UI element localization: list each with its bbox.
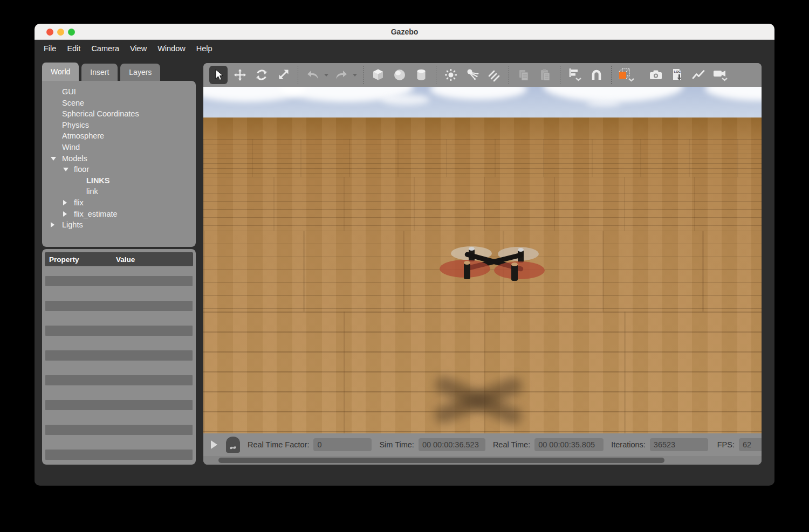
expand-arrow-icon[interactable] — [63, 168, 68, 171]
screenshot-button[interactable] — [647, 66, 665, 84]
real-time-label: Real Time: — [493, 440, 530, 449]
menu-camera[interactable]: Camera — [91, 44, 119, 53]
tree-item-spherical-coordinates[interactable]: Spherical Coordinates — [42, 108, 196, 120]
translate-tool[interactable] — [231, 66, 249, 84]
align-icon — [567, 67, 583, 83]
toolbar: LOG — [203, 63, 762, 87]
rotate-tool[interactable] — [252, 66, 271, 84]
fps-field: FPS: 62 — [717, 438, 762, 451]
undo-button[interactable] — [304, 66, 322, 84]
desktop: Gazebo File Edit Camera View Window Help… — [0, 0, 809, 532]
directional-light-button[interactable] — [485, 66, 503, 84]
scale-arrows-icon — [276, 68, 290, 82]
step-button[interactable] — [226, 437, 240, 453]
plot-line-icon — [691, 68, 707, 82]
toolbar-separator — [560, 66, 560, 84]
toolbar-separator — [509, 66, 509, 84]
sphere-icon — [393, 68, 407, 82]
panel-tabs: World Insert Layers — [42, 63, 163, 82]
copy-button[interactable] — [515, 66, 533, 84]
tree-item-links-header[interactable]: LINKS — [42, 175, 196, 186]
tree-item-atmosphere[interactable]: Atmosphere — [42, 130, 196, 142]
tree-item-gui[interactable]: GUI — [42, 86, 196, 98]
cloud — [430, 87, 527, 100]
redo-dropdown[interactable] — [353, 74, 357, 77]
sim-time-label: Sim Time: — [379, 440, 414, 449]
cloud — [543, 87, 683, 102]
real-time-factor-value[interactable]: 0 — [313, 438, 372, 451]
window-content: World Insert Layers GUI Scene Spherical … — [35, 57, 774, 485]
column-property: Property — [45, 255, 116, 264]
point-light-button[interactable] — [442, 66, 460, 84]
rotate-arrows-icon — [255, 68, 269, 82]
cube-icon — [371, 68, 385, 82]
collapsed-arrow-icon[interactable] — [63, 200, 67, 205]
paste-button[interactable] — [536, 66, 554, 84]
tree-item-scene[interactable]: Scene — [42, 98, 196, 109]
camera-icon — [648, 68, 663, 82]
collapsed-arrow-icon[interactable] — [51, 222, 54, 227]
tab-world[interactable]: World — [42, 63, 79, 82]
property-panel: Property Value — [42, 249, 196, 465]
menu-help[interactable]: Help — [196, 44, 212, 53]
fps-label: FPS: — [717, 440, 735, 449]
tree-item-flix-estimate[interactable]: flix_estimate — [42, 209, 196, 220]
redo-button[interactable] — [332, 66, 351, 84]
log-button[interactable]: LOG — [668, 66, 687, 84]
menu-file[interactable]: File — [44, 44, 56, 53]
expand-arrow-icon[interactable] — [51, 157, 56, 161]
paste-icon — [538, 68, 552, 82]
tree-item-wind[interactable]: Wind — [42, 142, 196, 153]
menu-view[interactable]: View — [130, 44, 147, 53]
tree-item-physics[interactable]: Physics — [42, 120, 196, 131]
log-file-icon: LOG — [670, 67, 685, 82]
view-angle-button[interactable] — [617, 66, 635, 84]
motor — [464, 263, 470, 279]
tree-item-flix[interactable]: flix — [42, 197, 196, 209]
horizontal-scrollbar[interactable] — [203, 456, 762, 465]
steps-icon — [229, 446, 237, 450]
menu-edit[interactable]: Edit — [67, 44, 80, 53]
table-row — [45, 425, 193, 435]
plot-button[interactable] — [690, 66, 708, 84]
directional-light-icon — [487, 68, 501, 82]
sim-time-field: Sim Time: 00 00:00:36.523 — [379, 438, 485, 451]
table-row — [45, 301, 193, 311]
spot-light-button[interactable] — [463, 66, 482, 84]
copy-icon — [517, 68, 531, 82]
table-row — [45, 450, 193, 460]
tab-layers[interactable]: Layers — [120, 64, 160, 81]
iterations-field: Iterations: 36523 — [611, 438, 708, 451]
scale-tool[interactable] — [274, 66, 292, 84]
tab-insert[interactable]: Insert — [81, 64, 118, 81]
iterations-label: Iterations: — [611, 440, 646, 449]
tree-item-floor[interactable]: floor — [42, 164, 196, 175]
tree-item-link[interactable]: link — [42, 186, 196, 197]
cloud — [705, 87, 762, 101]
play-button[interactable] — [211, 440, 217, 449]
align-button[interactable] — [566, 66, 584, 84]
render-viewport[interactable] — [203, 87, 762, 433]
tree-item-models[interactable]: Models — [42, 153, 196, 164]
undo-dropdown[interactable] — [324, 74, 328, 77]
iterations-value: 36523 — [650, 438, 708, 451]
select-tool[interactable] — [209, 66, 228, 84]
cylinder-icon — [414, 68, 428, 82]
tree-item-lights[interactable]: Lights — [42, 219, 196, 231]
collapsed-arrow-icon[interactable] — [63, 211, 67, 217]
rotor-disc-red — [494, 261, 545, 279]
sphere-button[interactable] — [390, 66, 409, 84]
cursor-arrow-icon — [211, 68, 225, 82]
toolbar-separator — [363, 66, 364, 84]
sky — [203, 87, 762, 118]
real-time-value: 00 00:00:35.805 — [534, 438, 604, 451]
snap-button[interactable] — [587, 66, 606, 84]
scrollbar-thumb[interactable] — [218, 458, 664, 463]
box-button[interactable] — [369, 66, 387, 84]
cylinder-button[interactable] — [412, 66, 430, 84]
title-bar: Gazebo — [35, 24, 774, 40]
toolbar-separator — [611, 66, 612, 84]
video-record-button[interactable] — [711, 66, 730, 84]
motor — [511, 265, 518, 281]
menu-window[interactable]: Window — [157, 44, 186, 53]
